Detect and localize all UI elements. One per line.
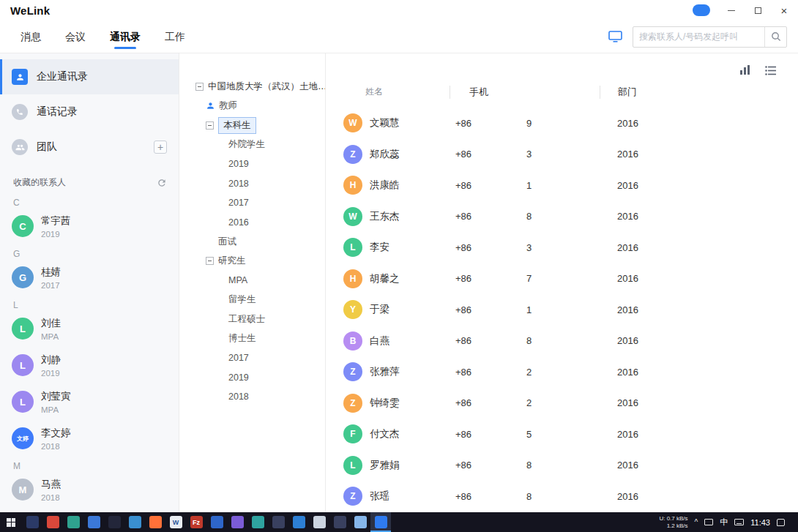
- taskbar-app-icon[interactable]: [83, 512, 104, 532]
- tree-node-undergraduates[interactable]: 本科生: [195, 116, 325, 135]
- refresh-icon[interactable]: [157, 178, 167, 188]
- tree-node[interactable]: 2017: [195, 193, 325, 213]
- table-row[interactable]: W王东杰 +868 2016: [335, 201, 779, 233]
- tree-node-label: 工程硕士: [228, 313, 265, 326]
- sidebar-item-call-history[interactable]: 通话记录: [0, 94, 179, 130]
- tray-display-icon[interactable]: [704, 519, 713, 525]
- taskbar-app-icon[interactable]: [268, 512, 288, 532]
- search-button[interactable]: [764, 27, 786, 47]
- taskbar-filezilla-icon[interactable]: Fz: [186, 512, 206, 532]
- nav-right: [608, 26, 787, 48]
- table-row[interactable]: Z张雅萍 +862 2016: [335, 356, 779, 388]
- taskbar-app-icon[interactable]: [104, 512, 124, 532]
- taskbar-app-icon[interactable]: [288, 512, 309, 532]
- maximize-button[interactable]: [753, 5, 763, 15]
- hidden-icons-chevron[interactable]: ^: [695, 518, 698, 526]
- tree-node-interview[interactable]: 面试: [195, 232, 325, 252]
- table-row[interactable]: B白燕 +868 2016: [335, 326, 779, 357]
- touch-keyboard-icon[interactable]: [734, 519, 744, 525]
- tree-node-teachers[interactable]: 教师: [195, 97, 325, 116]
- start-button[interactable]: [0, 512, 22, 532]
- tree-node-graduates[interactable]: 研究生: [195, 252, 325, 271]
- tree-node[interactable]: 2018: [195, 387, 325, 407]
- collapse-icon[interactable]: [206, 121, 214, 130]
- taskbar-app-icon[interactable]: [206, 512, 227, 532]
- tree-node[interactable]: 2018: [195, 174, 325, 194]
- table-row[interactable]: W文颖慧 +869 2016: [335, 108, 779, 139]
- tab-work[interactable]: 工作: [165, 21, 185, 52]
- taskbar-word-icon[interactable]: W: [165, 512, 186, 532]
- tree-node[interactable]: 外院学生: [195, 135, 325, 155]
- contact-row[interactable]: 文婷 李文婷 2018: [0, 420, 179, 457]
- tree-node-label: 2019: [228, 372, 249, 383]
- taskbar-app-icon[interactable]: [309, 512, 329, 532]
- contact-row[interactable]: G 桂婧 2017: [0, 259, 179, 296]
- contact-row[interactable]: L 刘莹寅 MPA: [0, 383, 179, 420]
- contact-name: 常宇茜: [41, 214, 71, 228]
- contact-sub: 2019: [41, 230, 71, 239]
- table-row[interactable]: F付文杰 +865 2016: [335, 419, 779, 450]
- contact-row[interactable]: M 马燕 2018: [0, 471, 179, 508]
- taskbar-app-icon[interactable]: [22, 512, 42, 532]
- ime-indicator[interactable]: 中: [720, 517, 728, 528]
- account-badge[interactable]: [693, 4, 710, 16]
- tree-node[interactable]: 2019: [195, 154, 325, 174]
- tree-node[interactable]: 2016: [195, 213, 325, 233]
- action-center-icon[interactable]: [777, 519, 785, 526]
- tab-meetings[interactable]: 会议: [65, 21, 86, 52]
- tree-node[interactable]: 博士生: [195, 329, 325, 349]
- sidebar-item-enterprise-directory[interactable]: 企业通讯录: [0, 59, 179, 94]
- taskbar-app-icon[interactable]: [227, 512, 247, 532]
- app-glyph: Fz: [193, 519, 200, 526]
- network-speed-monitor[interactable]: U: 0.7 kB/s 1.2 kB/s: [659, 515, 687, 530]
- contact-row[interactable]: L 刘静 2019: [0, 347, 179, 383]
- minimize-button[interactable]: [726, 5, 737, 15]
- collapse-icon[interactable]: [195, 83, 204, 91]
- screen-share-icon[interactable]: [608, 31, 622, 43]
- taskbar-app-icon[interactable]: [350, 512, 370, 532]
- avatar-initial: Y: [350, 304, 356, 315]
- tab-contacts[interactable]: 通讯录: [110, 21, 141, 52]
- taskbar-welink-icon[interactable]: [370, 512, 391, 532]
- table-row[interactable]: Z钟绮雯 +862 2016: [335, 388, 779, 419]
- tree-node[interactable]: MPA: [195, 271, 325, 291]
- phone-suffix: 8: [526, 335, 532, 346]
- taskbar-firefox-icon[interactable]: [145, 512, 165, 532]
- contact-name: 钟绮雯: [370, 397, 400, 410]
- phone-suffix: 1: [526, 180, 532, 191]
- taskbar-app-icon[interactable]: [124, 512, 145, 532]
- avatar: L: [343, 456, 362, 475]
- table-row[interactable]: Y于梁 +861 2016: [335, 294, 779, 326]
- clock[interactable]: 11:43: [750, 518, 770, 527]
- taskbar-app-icon[interactable]: [247, 512, 268, 532]
- contact-row[interactable]: C 常宇茜 2019: [0, 208, 179, 244]
- taskbar-app-icon[interactable]: [329, 512, 350, 532]
- collapse-icon[interactable]: [206, 257, 214, 265]
- add-team-button[interactable]: +: [154, 141, 167, 154]
- tree-node[interactable]: 工程硕士: [195, 310, 325, 329]
- search-input[interactable]: [633, 31, 764, 42]
- tree-node[interactable]: 2017: [195, 348, 325, 368]
- table-row[interactable]: Z张瑶 +868 2016: [335, 481, 779, 512]
- tree-node-root[interactable]: 中国地质大学（武汉）土地…: [195, 77, 325, 97]
- group-letter: C: [0, 198, 179, 208]
- app-icon: [67, 516, 80, 528]
- taskbar-app-icon[interactable]: [63, 512, 83, 532]
- chart-view-icon[interactable]: [739, 65, 750, 75]
- table-row[interactable]: L罗雅娟 +868 2016: [335, 450, 779, 482]
- tree-node[interactable]: 2019: [195, 368, 325, 388]
- taskbar-app-icon[interactable]: [42, 512, 63, 532]
- tab-messages[interactable]: 消息: [20, 21, 41, 52]
- table-row[interactable]: L李安 +863 2016: [335, 232, 779, 263]
- table-row[interactable]: H胡馨之 +867 2016: [335, 263, 779, 295]
- contact-name: 洪康皓: [370, 179, 400, 192]
- table-row[interactable]: H洪康皓 +861 2016: [335, 170, 779, 201]
- table-row[interactable]: Z郑欣蕊 +863 2016: [335, 139, 779, 171]
- menu-label-enterprise-directory: 企业通讯录: [37, 70, 88, 83]
- tree-node[interactable]: 留学生: [195, 291, 325, 310]
- contact-row[interactable]: L 刘佳 MPA: [0, 310, 179, 347]
- close-button[interactable]: ×: [779, 5, 789, 15]
- phone-suffix: 8: [526, 491, 532, 502]
- sidebar-item-teams[interactable]: 团队 +: [0, 130, 179, 165]
- list-view-icon[interactable]: [765, 66, 776, 75]
